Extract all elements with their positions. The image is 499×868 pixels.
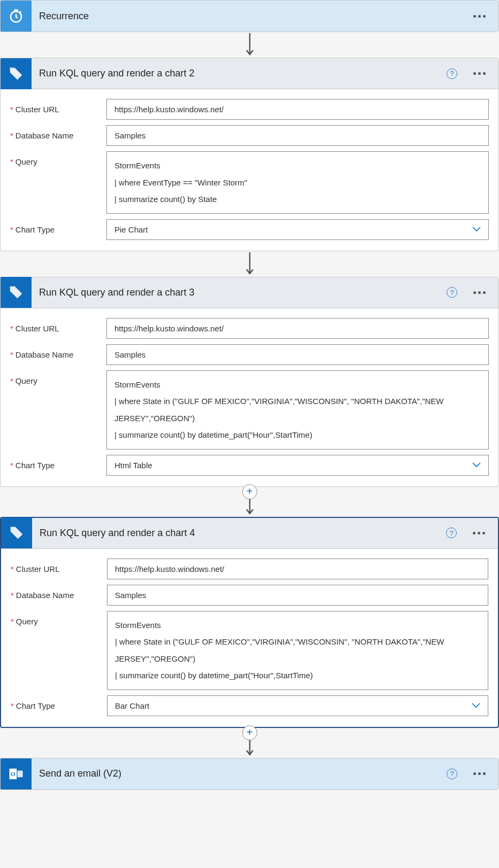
connector-arrow xyxy=(243,251,256,277)
database-name-input[interactable]: Samples xyxy=(107,585,488,606)
query-input[interactable]: StormEvents | where State in ("GULF OF M… xyxy=(106,370,489,449)
more-menu-button[interactable] xyxy=(470,12,489,21)
label-chart-type: *Chart Type xyxy=(10,455,106,470)
add-step-button[interactable]: + xyxy=(242,725,257,740)
chevron-down-icon xyxy=(472,703,480,708)
chart-type-value: Pie Chart xyxy=(114,225,148,234)
label-cluster-url: *Cluster URL xyxy=(11,559,107,574)
help-icon[interactable]: ? xyxy=(447,68,457,79)
label-chart-type: *Chart Type xyxy=(10,219,106,234)
label-chart-type: *Chart Type xyxy=(11,695,107,710)
cluster-url-input[interactable]: https://help.kusto.windows.net/ xyxy=(106,318,489,339)
label-database-name: *Database Name xyxy=(10,125,106,140)
step-kql-4[interactable]: Run KQL query and render a chart 4 ? *Cl… xyxy=(0,517,499,728)
cluster-url-input[interactable]: https://help.kusto.windows.net/ xyxy=(107,559,488,579)
connector-arrow xyxy=(243,32,256,58)
connector-arrow: + xyxy=(243,487,256,517)
kusto-icon xyxy=(1,277,32,308)
step-title: Recurrence xyxy=(39,11,463,22)
help-icon[interactable]: ? xyxy=(446,528,457,538)
step-send-email[interactable]: O Send an email (V2) ? xyxy=(0,758,499,790)
label-query: *Query xyxy=(10,151,106,166)
step-kql-2[interactable]: Run KQL query and render a chart 2 ? *Cl… xyxy=(0,58,499,251)
step-kql-3[interactable]: Run KQL query and render a chart 3 ? *Cl… xyxy=(0,277,499,487)
chevron-down-icon xyxy=(472,227,481,232)
step-recurrence[interactable]: Recurrence xyxy=(0,0,499,32)
label-cluster-url: *Cluster URL xyxy=(10,99,106,114)
connector-arrow: + xyxy=(243,728,256,758)
label-query: *Query xyxy=(10,370,106,385)
chart-type-select[interactable]: Html Table xyxy=(106,455,489,476)
step-title: Run KQL query and render a chart 4 xyxy=(40,528,439,539)
chart-type-select[interactable]: Pie Chart xyxy=(106,219,489,240)
cluster-url-input[interactable]: https://help.kusto.windows.net/ xyxy=(106,99,489,120)
query-input[interactable]: StormEvents | where State in ("GULF OF M… xyxy=(107,611,488,690)
svg-rect-2 xyxy=(18,770,23,777)
kusto-icon xyxy=(1,517,32,548)
step-title: Send an email (V2) xyxy=(39,768,439,779)
more-menu-button[interactable] xyxy=(470,288,489,297)
database-name-input[interactable]: Samples xyxy=(106,344,489,365)
clock-icon xyxy=(1,1,32,32)
help-icon[interactable]: ? xyxy=(447,287,457,298)
label-database-name: *Database Name xyxy=(11,585,107,600)
label-database-name: *Database Name xyxy=(10,344,106,359)
chart-type-select[interactable]: Bar Chart xyxy=(107,695,488,716)
chart-type-value: Bar Chart xyxy=(115,701,149,710)
help-icon[interactable]: ? xyxy=(447,769,457,779)
label-cluster-url: *Cluster URL xyxy=(10,318,106,333)
more-menu-button[interactable] xyxy=(470,69,489,78)
add-step-button[interactable]: + xyxy=(242,484,257,499)
label-query: *Query xyxy=(11,611,107,626)
more-menu-button[interactable] xyxy=(470,769,489,778)
chart-type-value: Html Table xyxy=(114,461,152,470)
chevron-down-icon xyxy=(472,462,481,468)
step-title: Run KQL query and render a chart 3 xyxy=(39,287,439,298)
query-input[interactable]: StormEvents | where EventType == "Winter… xyxy=(106,151,489,214)
step-title: Run KQL query and render a chart 2 xyxy=(39,68,439,79)
outlook-icon: O xyxy=(1,758,32,789)
svg-text:O: O xyxy=(11,770,16,777)
more-menu-button[interactable] xyxy=(470,529,488,538)
database-name-input[interactable]: Samples xyxy=(106,125,489,146)
kusto-icon xyxy=(1,58,32,89)
